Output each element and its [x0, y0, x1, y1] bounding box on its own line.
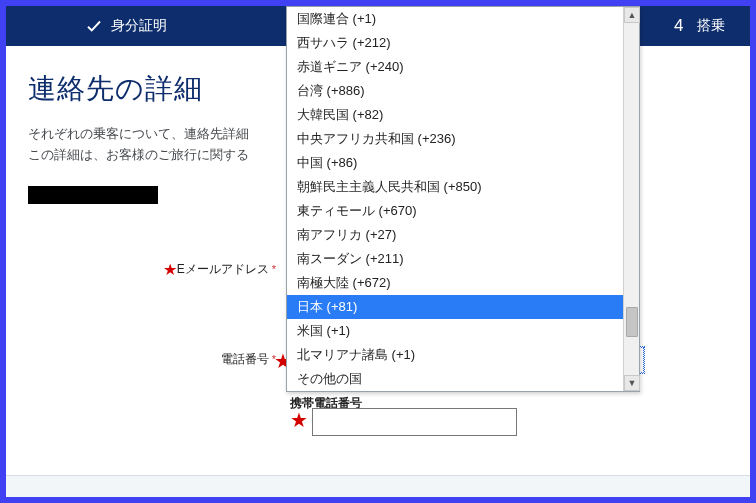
asterisk-icon: * — [272, 263, 276, 275]
step-identity[interactable]: 身分証明 — [6, 6, 246, 46]
step-identity-label: 身分証明 — [111, 17, 167, 35]
country-option[interactable]: 中央アフリカ共和国 (+236) — [287, 127, 639, 151]
country-option[interactable]: 中国 (+86) — [287, 151, 639, 175]
country-option[interactable]: 西サハラ (+212) — [287, 31, 639, 55]
dropdown-scrollbar[interactable]: ▲ ▼ — [623, 7, 639, 391]
phone-label-text: 電話番号 — [221, 352, 269, 366]
scroll-thumb[interactable] — [626, 307, 638, 337]
country-option[interactable]: 東ティモール (+670) — [287, 199, 639, 223]
step-boarding[interactable]: 4 搭乗 — [640, 6, 750, 46]
country-option[interactable]: 南スーダン (+211) — [287, 247, 639, 271]
country-option[interactable]: 国際連合 (+1) — [287, 7, 639, 31]
desc-line-2: この詳細は、お客様のご旅行に関する — [28, 147, 249, 162]
check-icon — [85, 17, 103, 35]
mobile-phone-input[interactable] — [312, 408, 517, 436]
country-option[interactable]: その他の国 — [287, 367, 639, 391]
country-option[interactable]: 赤道ギニア (+240) — [287, 55, 639, 79]
country-option[interactable]: 朝鮮民主主義人民共和国 (+850) — [287, 175, 639, 199]
country-option[interactable]: 米国 (+1) — [287, 319, 639, 343]
mobile-phone-group: 携帯電話番号 ★ — [290, 395, 728, 436]
required-star-icon: ★ — [290, 408, 308, 430]
desc-line-1: それぞれの乗客について、連絡先詳細 — [28, 126, 249, 141]
step-number: 4 — [674, 16, 683, 36]
country-option[interactable]: 南極大陸 (+672) — [287, 271, 639, 295]
required-star-icon: ★ — [163, 261, 177, 278]
scroll-up-button[interactable]: ▲ — [624, 7, 640, 23]
country-option[interactable]: 日本 (+81) — [287, 295, 639, 319]
email-label-text: Eメールアドレス — [177, 262, 269, 276]
country-option[interactable]: 北マリアナ諸島 (+1) — [287, 343, 639, 367]
country-option[interactable]: 大韓民国 (+82) — [287, 103, 639, 127]
step-boarding-label: 搭乗 — [697, 17, 725, 35]
country-option[interactable]: 南アフリカ (+27) — [287, 223, 639, 247]
email-label: ★Eメールアドレス* — [28, 260, 276, 279]
country-option[interactable]: 台湾 (+886) — [287, 79, 639, 103]
phone-label: 電話番号* — [28, 351, 276, 368]
redacted-name-bar — [28, 186, 158, 204]
country-code-dropdown[interactable]: 国際連合 (+1)西サハラ (+212)赤道ギニア (+240)台湾 (+886… — [286, 6, 640, 392]
scroll-down-button[interactable]: ▼ — [624, 375, 640, 391]
